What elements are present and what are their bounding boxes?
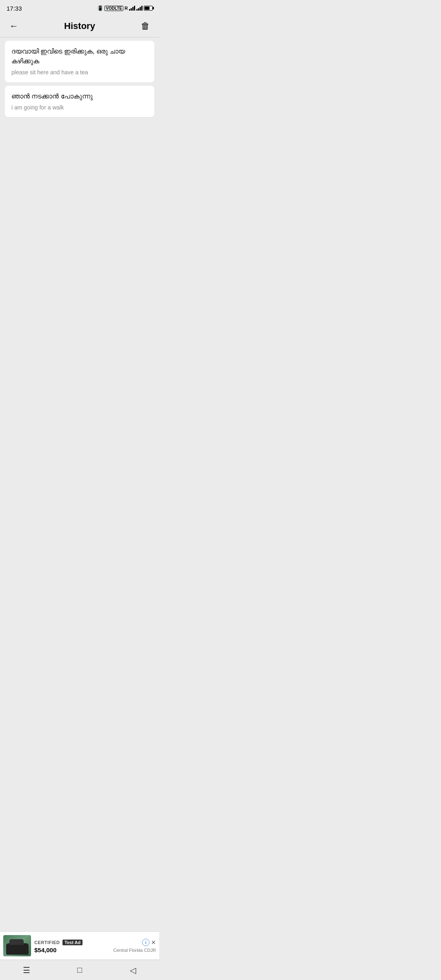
history-item-1-translation: please sit here and have a tea (11, 69, 148, 77)
history-item-2[interactable]: ഞാൻ നടക്കാൻ പോകുന്നു i am going for a wa… (5, 86, 154, 118)
back-button[interactable]: ← (7, 19, 21, 33)
delete-button[interactable]: 🗑 (138, 19, 153, 33)
status-icons: 📳 VODLTE R (97, 5, 153, 11)
history-item-1[interactable]: ദയവായി ഇവിടെ ഇരിക്കുക, ഒരു ചായ കഴിക്കുക … (5, 41, 154, 82)
history-item-2-translation: i am going for a walk (11, 104, 148, 112)
history-item-2-original: ഞാൻ നടക്കാൻ പോകുന്നു (11, 91, 148, 101)
signal-bars-2 (136, 6, 143, 11)
history-item-1-original: ദയവായി ഇവിടെ ഇരിക്കുക, ഒരു ചായ കഴിക്കുക (11, 47, 148, 66)
battery-icon (144, 6, 153, 11)
delete-icon: 🗑 (141, 21, 150, 31)
toolbar: ← History 🗑 (0, 15, 159, 38)
status-time: 17:33 (7, 5, 22, 12)
network-r-label: R (125, 6, 128, 11)
status-bar: 17:33 📳 VODLTE R (0, 0, 159, 15)
back-arrow-icon: ← (9, 21, 18, 31)
signal-bars-1 (129, 6, 135, 11)
history-list: ദയവായി ഇവിടെ ഇരിക്കുക, ഒരു ചായ കഴിക്കുക … (0, 38, 159, 120)
network-type-icon: VODLTE (105, 6, 123, 11)
page-title: History (21, 21, 138, 31)
vibrate-icon: 📳 (97, 5, 103, 11)
